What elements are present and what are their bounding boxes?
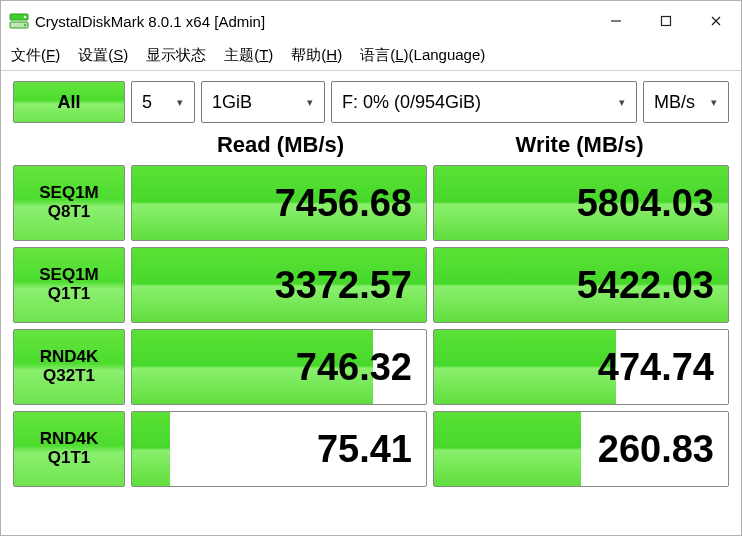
test-count-value: 5 <box>142 92 168 113</box>
read-header: Read (MB/s) <box>131 125 430 165</box>
unit-value: MB/s <box>654 92 702 113</box>
client-area: All 5 ▾ 1GiB ▾ F: 0% (0/954GiB) ▾ MB/s ▾… <box>1 71 741 535</box>
test-row: RND4K Q32T1 746.32 474.74 <box>13 329 729 405</box>
write-header: Write (MB/s) <box>430 125 729 165</box>
app-window: CrystalDiskMark 8.0.1 x64 [Admin] 文件(F) … <box>0 0 742 536</box>
test-seq1m-q1t1-button[interactable]: SEQ1M Q1T1 <box>13 247 125 323</box>
read-value-cell: 3372.57 <box>131 247 427 323</box>
test-row: SEQ1M Q1T1 3372.57 5422.03 <box>13 247 729 323</box>
run-all-button[interactable]: All <box>13 81 125 123</box>
column-headers: Read (MB/s) Write (MB/s) <box>13 125 729 165</box>
title-bar: CrystalDiskMark 8.0.1 x64 [Admin] <box>1 1 741 41</box>
app-icon <box>9 11 29 31</box>
test-seq1m-q8t1-button[interactable]: SEQ1M Q8T1 <box>13 165 125 241</box>
write-value-cell: 5804.03 <box>433 165 729 241</box>
test-rnd4k-q1t1-button[interactable]: RND4K Q1T1 <box>13 411 125 487</box>
write-value-cell: 474.74 <box>433 329 729 405</box>
results-grid: SEQ1M Q8T1 7456.68 5804.03 SEQ1M Q1T1 33… <box>13 165 729 523</box>
svg-point-3 <box>24 24 27 27</box>
maximize-button[interactable] <box>641 3 691 39</box>
menu-settings[interactable]: 设置(S) <box>76 42 130 69</box>
drive-select[interactable]: F: 0% (0/954GiB) ▾ <box>331 81 637 123</box>
unit-select[interactable]: MB/s ▾ <box>643 81 729 123</box>
menu-view-state[interactable]: 显示状态 <box>144 42 208 69</box>
read-value-cell: 746.32 <box>131 329 427 405</box>
close-button[interactable] <box>691 3 741 39</box>
svg-point-2 <box>24 16 27 19</box>
chevron-down-icon: ▾ <box>304 96 316 108</box>
minimize-button[interactable] <box>591 3 641 39</box>
test-size-select[interactable]: 1GiB ▾ <box>201 81 325 123</box>
drive-value: F: 0% (0/954GiB) <box>342 92 610 113</box>
menu-language[interactable]: 语言(L)(Language) <box>358 42 487 69</box>
test-size-value: 1GiB <box>212 92 298 113</box>
read-value-cell: 75.41 <box>131 411 427 487</box>
chevron-down-icon: ▾ <box>616 96 628 108</box>
menu-file[interactable]: 文件(F) <box>9 42 62 69</box>
chevron-down-icon: ▾ <box>708 96 720 108</box>
test-row: RND4K Q1T1 75.41 260.83 <box>13 411 729 487</box>
test-row: SEQ1M Q8T1 7456.68 5804.03 <box>13 165 729 241</box>
menu-help[interactable]: 帮助(H) <box>289 42 344 69</box>
write-value-cell: 260.83 <box>433 411 729 487</box>
write-value-cell: 5422.03 <box>433 247 729 323</box>
menu-theme[interactable]: 主题(T) <box>222 42 275 69</box>
window-title: CrystalDiskMark 8.0.1 x64 [Admin] <box>35 13 265 30</box>
svg-rect-5 <box>662 17 671 26</box>
settings-row: All 5 ▾ 1GiB ▾ F: 0% (0/954GiB) ▾ MB/s ▾ <box>13 81 729 123</box>
read-value-cell: 7456.68 <box>131 165 427 241</box>
chevron-down-icon: ▾ <box>174 96 186 108</box>
menu-bar: 文件(F) 设置(S) 显示状态 主题(T) 帮助(H) 语言(L)(Langu… <box>1 41 741 71</box>
test-count-select[interactable]: 5 ▾ <box>131 81 195 123</box>
test-rnd4k-q32t1-button[interactable]: RND4K Q32T1 <box>13 329 125 405</box>
